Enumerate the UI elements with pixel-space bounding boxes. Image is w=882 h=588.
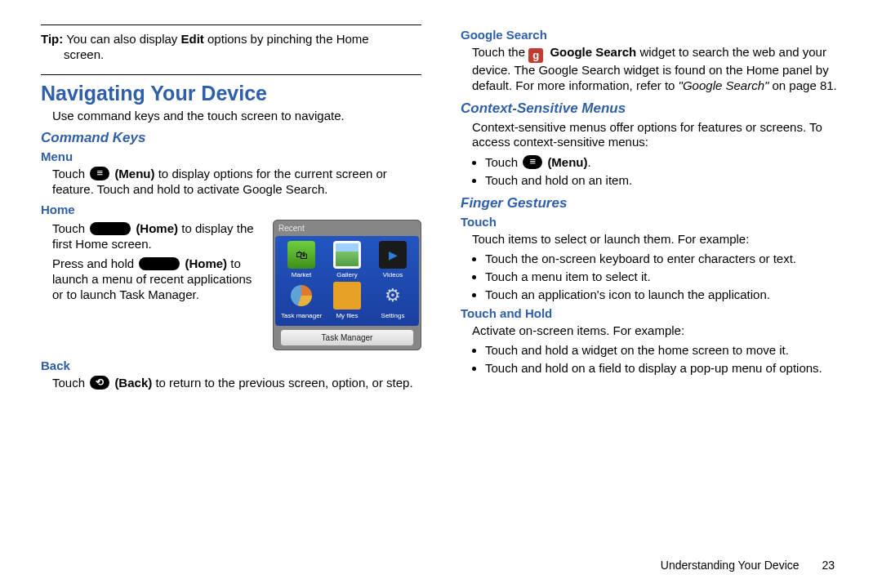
lbl-market: Market [281,271,322,278]
ctx-b1b: (Menu) [547,155,587,169]
context-b2: Touch and hold on an item. [485,173,841,189]
section-heading: Navigating Your Device [41,82,421,105]
touch-b2: Touch a menu item to select it. [485,270,841,285]
recent-apps-panel: Recent 🛍 Market Gallery [273,220,421,350]
subhead-gestures: Finger Gestures [461,195,841,212]
lbl-gallery: Gallery [327,271,368,278]
task-manager-button[interactable]: Task Manager [280,329,414,346]
gs-ref: "Google Search" [679,78,769,92]
tip-block: Tip: You can also display Edit options b… [41,32,421,63]
gs-b: Google Search [550,45,636,59]
footer-text: Understanding Your Device [661,559,800,572]
back-icon [90,376,109,390]
tip-line1a: You can also display [66,32,177,46]
context-b1: Touch (Menu). [485,155,841,171]
home-button-icon [90,222,131,235]
lbl-settings: Settings [372,312,413,319]
app-taskmgr: Task manager [281,282,322,319]
home-label2: (Home) [185,256,227,270]
files-icon [333,282,361,310]
hold-bullets: Touch and hold a widget on the home scre… [461,343,841,376]
ctx-b1a: Touch [485,155,518,169]
home-p1a: Touch [52,221,85,235]
app-settings: ⚙ Settings [372,282,413,319]
context-intro: Context-sensitive menus offer options fo… [472,120,841,151]
touch-intro: Touch items to select or launch them. Fo… [472,232,841,247]
taskmgr-icon [287,282,315,310]
recent-title: Recent [275,222,419,236]
gs-a: Touch the [472,45,525,59]
back-paragraph: Touch (Back) to return to the previous s… [52,376,421,391]
lbl-videos: Videos [372,271,413,278]
tip-line2: screen. [64,47,421,63]
sub-google-search: Google Search [461,28,841,42]
sub-back: Back [41,359,421,372]
left-column: Tip: You can also display Edit options b… [41,24,421,396]
tip-line1b: options by pinching the Home [207,32,369,46]
sub-touch: Touch [461,215,841,229]
app-market: 🛍 Market [281,241,322,278]
menu-icon-2 [523,155,542,169]
videos-icon: ▶ [379,241,407,269]
touch-b1: Touch the on-screen keyboard to enter ch… [485,252,841,267]
hold-b2: Touch and hold on a field to display a p… [485,361,841,376]
page-footer: Understanding Your Device 23 [661,559,835,572]
home-p2a: Press and hold [52,256,134,270]
hold-b1: Touch and hold a widget on the home scre… [485,343,841,359]
touch-b3: Touch an application's icon to launch th… [485,287,841,303]
app-videos: ▶ Videos [372,241,413,278]
back-rest: to return to the previous screen, option… [155,376,412,390]
market-icon: 🛍 [287,241,315,269]
gallery-icon [333,241,361,269]
menu-label: (Menu) [114,167,154,180]
menu-t1: Touch [52,167,85,180]
ctx-b1c: . [588,155,591,169]
section-intro: Use command keys and the touch screen to… [52,109,421,124]
rule-top [41,24,421,25]
sub-hold: Touch and Hold [461,306,841,320]
settings-icon: ⚙ [379,282,407,310]
lbl-files: My files [327,312,368,319]
back-t1: Touch [52,376,85,390]
touch-bullets: Touch the on-screen keyboard to enter ch… [461,252,841,302]
home-label1: (Home) [136,221,178,235]
subhead-command-keys: Command Keys [41,130,421,146]
menu-icon [90,167,109,180]
sub-menu: Menu [41,149,421,163]
tip-edit-word: Edit [181,32,204,46]
rule-bottom [41,74,421,75]
context-bullets: Touch (Menu). Touch and hold on an item. [461,155,841,189]
tip-label: Tip: [41,32,63,46]
hold-intro: Activate on-screen items. For example: [472,323,841,339]
google-g-icon: g [528,48,543,63]
right-column: Google Search Touch the g Google Search … [461,24,841,396]
menu-paragraph: Touch (Menu) to display options for the … [52,167,421,198]
sub-home: Home [41,203,421,216]
gs-d: on page 81. [773,78,837,92]
page-number: 23 [822,559,835,572]
subhead-context: Context-Sensitive Menus [461,100,841,117]
app-files: My files [327,282,368,319]
lbl-taskmgr: Task manager [281,312,322,319]
app-gallery: Gallery [327,241,368,278]
gsearch-paragraph: Touch the g Google Search widget to sear… [472,45,841,94]
back-label: (Back) [114,376,152,390]
home-button-icon-2 [139,257,180,270]
